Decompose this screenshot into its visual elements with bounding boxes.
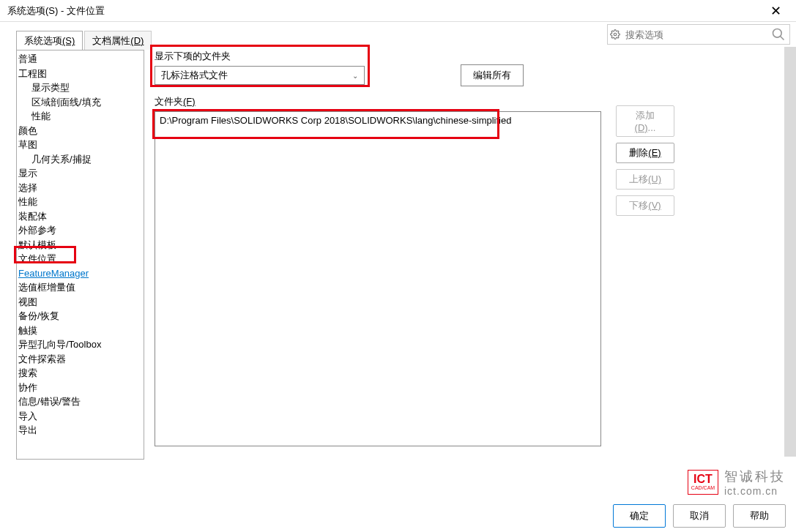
tree-item-search[interactable]: 搜索 — [17, 366, 144, 381]
add-button[interactable]: 添加(D)... — [616, 105, 674, 137]
ok-button[interactable]: 确定 — [613, 504, 666, 528]
search-input[interactable] — [622, 29, 767, 40]
highlight-folder-path — [152, 109, 499, 139]
folder-list[interactable]: D:\Program Files\SOLIDWORKS Corp 2018\SO… — [155, 111, 601, 446]
tree-item-view[interactable]: 视图 — [17, 295, 144, 310]
watermark: ICT CAD/CAM 智诚科技 ict.com.cn — [688, 468, 786, 497]
edit-all-button[interactable]: 编辑所有 — [461, 64, 524, 86]
tree-item-sketch[interactable]: 草图 — [17, 138, 144, 152]
watermark-text: 智诚科技 ict.com.cn — [724, 468, 786, 497]
main-area: 普通 工程图 显示类型 区域剖面线/填充 性能 颜色 草图 几何关系/捕捉 显示… — [0, 47, 796, 500]
folder-action-buttons: 添加(D)... 删除(E) 上移(U) 下移(V) — [616, 105, 674, 216]
highlight-file-locations — [14, 246, 76, 263]
help-button[interactable]: 帮助 — [733, 504, 786, 528]
toolbar-row: 系统选项(S) 文档属性(D) — [0, 22, 796, 47]
move-down-button[interactable]: 下移(V) — [616, 195, 674, 216]
tree-item-file-explorer[interactable]: 文件探索器 — [17, 352, 144, 367]
tree-item-colors[interactable]: 颜色 — [17, 124, 144, 138]
tree-item-relations-snaps[interactable]: 几何关系/捕捉 — [30, 152, 144, 167]
tree-item-display-style[interactable]: 显示类型 — [30, 80, 144, 95]
svg-line-2 — [781, 37, 784, 40]
tree-item-import[interactable]: 导入 — [17, 409, 144, 424]
tree-item-performance2[interactable]: 性能 — [17, 195, 144, 209]
tree-item-display[interactable]: 显示 — [17, 166, 144, 181]
title-bar: 系统选项(S) - 文件位置 ✕ — [0, 0, 796, 22]
highlight-dropdown — [150, 45, 370, 87]
search-icon[interactable] — [767, 27, 789, 42]
move-up-button[interactable]: 上移(U) — [616, 169, 674, 190]
folder-label: 文件夹(F) — [155, 95, 789, 108]
watermark-logo: ICT CAD/CAM — [688, 470, 718, 495]
svg-point-0 — [614, 33, 617, 36]
tree-item-hatch-fill[interactable]: 区域剖面线/填充 — [30, 95, 144, 110]
right-content: 显示下项的文件夹 孔标注格式文件 ⌄ 编辑所有 文件夹(F) D:\Progra… — [155, 50, 789, 500]
tree-item-export[interactable]: 导出 — [17, 423, 144, 438]
window-title: 系统选项(S) - 文件位置 — [7, 4, 105, 18]
tree-item-touch[interactable]: 触摸 — [17, 323, 144, 338]
tree-item-drawings[interactable]: 工程图 — [17, 67, 144, 81]
tree-item-performance1[interactable]: 性能 — [30, 109, 144, 124]
gear-icon — [608, 29, 622, 40]
scrollbar-thumb[interactable] — [784, 47, 796, 457]
tree-item-collaboration[interactable]: 协作 — [17, 381, 144, 395]
tree-item-featuremanager[interactable]: FeatureManager — [17, 266, 144, 281]
footer: 确定 取消 帮助 — [0, 500, 796, 532]
tree-item-selection[interactable]: 选择 — [17, 181, 144, 195]
search-box[interactable] — [607, 24, 790, 45]
right-scrollbar[interactable] — [784, 47, 796, 457]
left-panel-wrap: 普通 工程图 显示类型 区域剖面线/填充 性能 颜色 草图 几何关系/捕捉 显示… — [16, 50, 144, 500]
folder-section: 文件夹(F) D:\Program Files\SOLIDWORKS Corp … — [155, 95, 789, 446]
tree-item-assemblies[interactable]: 装配体 — [17, 209, 144, 224]
tree-item-messages-errors[interactable]: 信息/错误/警告 — [17, 394, 144, 409]
tree-item-backup-recover[interactable]: 备份/恢复 — [17, 309, 144, 323]
delete-button[interactable]: 删除(E) — [616, 143, 674, 163]
cancel-button[interactable]: 取消 — [673, 504, 726, 528]
tree-item-external-refs[interactable]: 外部参考 — [17, 223, 144, 238]
tree-item-spinbox-increments[interactable]: 选值框增量值 — [17, 280, 144, 295]
tree-item-hole-wizard-toolbox[interactable]: 异型孔向导/Toolbox — [17, 337, 144, 352]
tree-item-general[interactable]: 普通 — [17, 52, 144, 67]
svg-point-1 — [773, 29, 782, 38]
close-button[interactable]: ✕ — [761, 2, 790, 20]
